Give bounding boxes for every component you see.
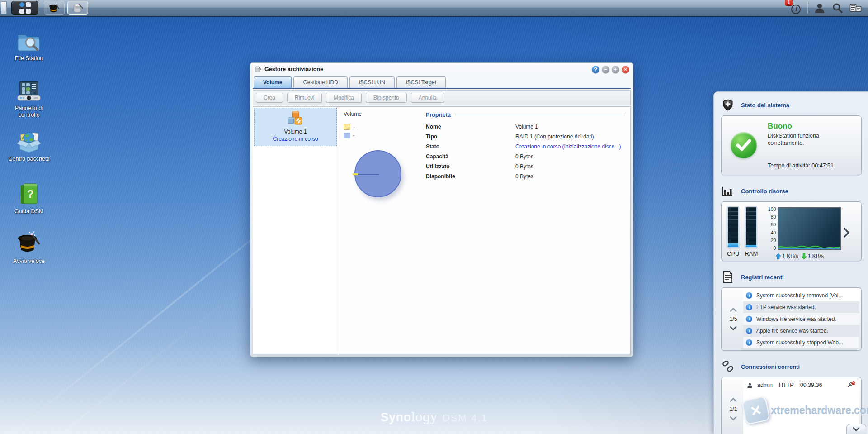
connection-duration: 00:39:36 — [800, 382, 822, 388]
connection-user: admin — [757, 382, 773, 388]
volume-cubes-icon — [287, 111, 304, 127]
shield-icon — [722, 99, 734, 111]
desktop-icon-label: Pannello di controllo — [6, 105, 52, 119]
window-title: Gestore archiviazione — [264, 66, 323, 72]
recent-logs-header: Registri recenti — [722, 271, 862, 283]
magic-hat-icon — [16, 230, 42, 255]
remove-button[interactable]: Rimuovi — [287, 93, 322, 103]
taskbar-quick-start-button[interactable] — [44, 1, 65, 15]
resource-monitor-header: Controllo risorse — [722, 185, 862, 197]
page-down-chevron[interactable] — [730, 326, 737, 330]
page-up-chevron[interactable] — [730, 308, 737, 312]
bar-chart-icon — [722, 186, 734, 196]
modify-button[interactable]: Modifica — [326, 93, 362, 103]
tab-volume[interactable]: Volume — [254, 76, 292, 88]
magic-hat-icon — [48, 2, 61, 14]
pie-used-sliver — [353, 173, 358, 175]
window-close-button[interactable]: × — [622, 66, 629, 73]
property-row: Capacità 0 Bytes — [426, 153, 625, 160]
legend-item: - — [344, 124, 426, 130]
page-up-chevron[interactable] — [730, 398, 737, 402]
brand-logo-bold: Syno — [380, 410, 411, 424]
desktop-icon-package-center[interactable]: Centro pacchetti — [6, 128, 52, 162]
pilot-view-button[interactable] — [849, 3, 862, 13]
volume-pie-chart — [354, 150, 404, 197]
connections-pager: 1/1 — [723, 379, 743, 434]
log-row: i Apple file service was started. — [743, 325, 859, 337]
property-row: Disponibile 0 Bytes — [426, 173, 625, 180]
folder-search-icon — [17, 27, 41, 52]
desktop-icon-label: File Station — [15, 55, 43, 62]
properties-title: Proprietà — [426, 112, 451, 118]
legend-swatch-yellow — [344, 124, 350, 130]
desktop-icon-control-panel[interactable]: Pannello di controllo — [6, 77, 52, 119]
download-speed: 1 KB/s — [808, 253, 824, 259]
chain-link-icon — [722, 361, 734, 372]
beep-off-button[interactable]: Bip spento — [366, 93, 407, 103]
connections-header: Connessioni correnti — [722, 361, 862, 372]
widget-panel-collapse-button[interactable] — [846, 424, 866, 434]
watermark-text: xtremehardware.com — [771, 405, 868, 417]
network-chart — [778, 207, 841, 250]
widget-title: Stato del sistema — [741, 102, 789, 109]
window-minimize-button[interactable]: – — [602, 66, 609, 73]
window-help-button[interactable]: ? — [592, 66, 599, 73]
help-book-icon: ? — [19, 180, 39, 205]
show-desktop-button[interactable] — [1, 1, 7, 14]
tab-gestione-hdd[interactable]: Gestione HDD — [293, 76, 347, 88]
upload-speed: 1 KB/s — [782, 253, 798, 259]
page-down-chevron[interactable] — [730, 416, 737, 420]
user-menu-button[interactable] — [814, 2, 826, 14]
toolbar: Crea Rimuovi Modifica Bip spento Annulla — [253, 90, 631, 105]
disconnect-icon[interactable] — [847, 381, 856, 389]
property-row: Tipo RAID 1 (Con protezione dei dati) — [426, 134, 625, 140]
log-row: i System successfully removed [Vol... — [743, 290, 859, 301]
brand-logo-serif: logy — [411, 410, 437, 424]
log-document-icon — [722, 271, 734, 283]
svg-text:?: ? — [27, 188, 34, 200]
desktop-icon-file-station[interactable]: File Station — [6, 27, 52, 62]
cancel-button[interactable]: Annulla — [411, 93, 444, 103]
control-panel-icon — [17, 77, 41, 102]
connections-page-number: 1/1 — [730, 406, 737, 412]
properties-divider — [455, 115, 625, 115]
main-menu-button[interactable] — [11, 1, 38, 15]
taskbar: 1 i — [0, 0, 868, 17]
desktop-icon-quick-start[interactable]: Avvio veloce — [6, 230, 52, 265]
connection-protocol: HTTP — [779, 382, 794, 388]
tab-iscsi-lun[interactable]: iSCSI LUN — [349, 76, 395, 88]
status-ok-icon — [731, 132, 757, 158]
search-button[interactable] — [832, 2, 843, 14]
property-row: Nome Volume 1 — [426, 124, 625, 130]
window-content: Volume 1 Creazione in corso Volume - - — [253, 106, 631, 354]
taskbar-storage-manager-button[interactable] — [67, 1, 88, 15]
desktop-icon-label: Avvio veloce — [13, 258, 45, 265]
logs-page-number: 1/5 — [730, 316, 737, 322]
create-button[interactable]: Crea — [256, 93, 283, 103]
taskbar-right-icons: 1 i — [789, 2, 868, 14]
notifications-button[interactable]: 1 i — [789, 2, 801, 14]
upload-arrow-icon — [776, 253, 781, 259]
window-titlebar[interactable]: Gestore archiviazione ? – + × — [253, 63, 631, 76]
volume-list-item[interactable]: Volume 1 Creazione in corso — [254, 108, 337, 146]
main-menu-icon — [19, 2, 31, 14]
notification-badge: 1 — [785, 0, 793, 6]
desktop-icon-label: Centro pacchetti — [8, 156, 49, 162]
log-row: i System successfully stopped Web... — [743, 337, 859, 348]
download-arrow-icon — [802, 253, 807, 259]
recent-logs-card: 1/5 i System successfully removed [Vol..… — [721, 287, 862, 351]
network-speeds: 1 KB/s 1 KB/s — [776, 253, 841, 259]
volume-section-title: Volume — [344, 111, 426, 117]
window-maximize-button[interactable]: + — [612, 66, 619, 73]
desktop-icon-label: Guida DSM — [14, 208, 44, 215]
connection-row: admin HTTP 00:39:36 — [743, 379, 859, 391]
resource-monitor-card: CPU RAM 100 80 60 40 20 0 — [721, 201, 862, 261]
pie-legend: - - — [344, 124, 426, 138]
info-icon: i — [746, 304, 752, 310]
chevron-down-icon — [853, 427, 860, 431]
desktop-icon-dsm-help[interactable]: ? Guida DSM — [6, 180, 52, 215]
property-row: Stato Creazione in corso (Inizializzazio… — [426, 143, 625, 150]
tab-iscsi-target[interactable]: iSCSI Target — [396, 76, 446, 88]
resource-monitor-expand-chevron[interactable] — [844, 228, 849, 239]
widget-title: Connessioni correnti — [741, 363, 800, 370]
